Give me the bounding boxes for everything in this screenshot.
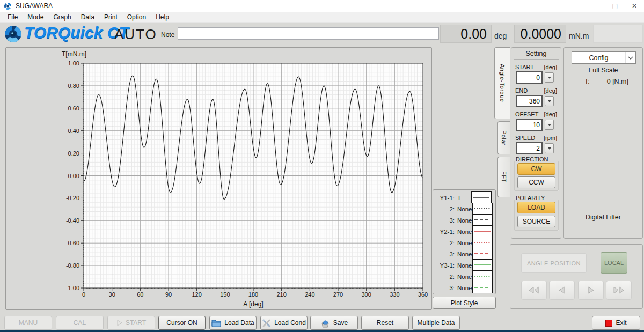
torque-chart: 03060901201501802102402703003303601.000.… xyxy=(6,48,431,309)
speed-spinner[interactable] xyxy=(545,143,554,153)
save-button[interactable]: Save xyxy=(310,316,358,330)
y-tick-label: 0.60 xyxy=(68,105,79,112)
angle-position-button[interactable]: ANGLE POSITION xyxy=(521,253,587,273)
fast-forward-button[interactable] xyxy=(606,281,632,300)
start-spinner[interactable] xyxy=(545,72,554,83)
exit-button[interactable]: Exit xyxy=(592,316,640,330)
rewind-button[interactable] xyxy=(521,281,547,300)
legend-value: None xyxy=(457,274,472,280)
cal-button[interactable]: CAL xyxy=(56,316,104,330)
close-button[interactable]: ✕ xyxy=(625,0,644,12)
window-bottom-edge xyxy=(0,330,644,332)
chevron-down-icon[interactable] xyxy=(625,52,635,63)
legend-label: 3: xyxy=(433,217,455,224)
legend-value: None xyxy=(457,262,472,269)
x-axis-label: A [deg] xyxy=(243,300,263,308)
cw-button[interactable]: CW xyxy=(517,163,555,175)
legend-line-swatch xyxy=(472,259,493,271)
legend-row: 3:None xyxy=(433,248,495,260)
manu-button[interactable]: MANU xyxy=(4,316,52,330)
x-tick-label: 60 xyxy=(137,291,143,298)
minimize-button[interactable]: — xyxy=(586,0,605,12)
load-button[interactable]: LOAD xyxy=(517,202,555,213)
menu-print[interactable]: Print xyxy=(99,13,122,21)
step-forward-button[interactable] xyxy=(578,281,604,300)
window-title: SUGAWARA xyxy=(16,2,53,10)
torque-unit: mN.m xyxy=(569,32,589,40)
reset-button[interactable]: Reset xyxy=(361,316,409,330)
multiple-data-button[interactable]: Multiple Data xyxy=(412,316,460,330)
cursor-on-button[interactable]: Cursor ON xyxy=(158,316,206,330)
legend-label: 3: xyxy=(433,285,455,291)
step-forward-icon xyxy=(584,286,597,294)
offset-spinner[interactable] xyxy=(545,120,554,130)
x-tick-label: 30 xyxy=(109,291,115,298)
menu-graph[interactable]: Graph xyxy=(48,13,76,21)
start-unit: [deg] xyxy=(544,64,557,70)
y-tick-label: -1.00 xyxy=(66,285,79,291)
start-input[interactable] xyxy=(516,71,543,84)
step-back-icon xyxy=(555,286,568,294)
end-unit: [deg] xyxy=(544,87,557,94)
note-label: Note xyxy=(161,31,174,39)
speed-input[interactable] xyxy=(516,142,543,154)
load-cond-button[interactable]: Load Cond xyxy=(260,316,308,330)
legend-line-swatch xyxy=(472,237,493,248)
x-tick-label: 150 xyxy=(220,291,230,298)
config-dropdown-value: Config xyxy=(572,54,625,62)
legend-row: 2:None xyxy=(433,271,495,282)
tab-fft[interactable]: FFT xyxy=(497,157,510,197)
speed-label: SPEED xyxy=(515,135,535,141)
x-tick-label: 240 xyxy=(305,291,314,298)
chart-title: T[mN.m] xyxy=(62,50,86,58)
legend-row: 3:None xyxy=(433,282,495,293)
dropdown-arrow-icon xyxy=(548,147,551,150)
menu-data[interactable]: Data xyxy=(76,13,99,21)
ccw-button[interactable]: CCW xyxy=(517,176,555,188)
legend-line-swatch xyxy=(471,191,492,203)
x-tick-label: 300 xyxy=(361,291,371,298)
legend-label: Y3-1: xyxy=(433,262,455,269)
legend-line-swatch xyxy=(472,282,493,293)
dropdown-arrow-icon xyxy=(548,77,551,79)
end-input[interactable] xyxy=(516,95,543,107)
tab-polar[interactable]: Polar xyxy=(497,121,510,154)
config-panel: Config Full Scale T: 0 [N.m] Digital Fil… xyxy=(564,47,643,239)
legend-line-swatch xyxy=(472,203,493,215)
end-label: END xyxy=(515,87,528,94)
note-input[interactable] xyxy=(178,27,439,40)
menu-option[interactable]: Option xyxy=(122,13,151,21)
load-data-button[interactable]: Load Data xyxy=(209,316,257,330)
setting-title: Setting xyxy=(511,48,561,57)
speed-unit: [rpm] xyxy=(544,135,557,141)
bottom-toolbar: MANU CAL START Cursor ON Load Data Load … xyxy=(0,313,644,330)
motion-control-panel: ANGLE POSITION LOCAL xyxy=(510,244,643,309)
menu-mode[interactable]: Mode xyxy=(23,13,48,21)
menu-file[interactable]: File xyxy=(3,13,23,21)
x-tick-label: 90 xyxy=(165,291,172,298)
plot-style-button[interactable]: Plot Style xyxy=(433,297,496,309)
offset-input[interactable] xyxy=(516,119,543,131)
config-dropdown[interactable]: Config xyxy=(572,51,636,64)
legend-row: Y2-1:None xyxy=(433,226,495,237)
local-button[interactable]: LOCAL xyxy=(601,252,627,274)
tab-fft-label: FFT xyxy=(501,171,507,183)
menu-help[interactable]: Help xyxy=(151,13,174,21)
brand-title: TORQuick CT xyxy=(24,24,128,42)
y-tick-label: 0.40 xyxy=(68,128,79,134)
y-tick-label: 0.20 xyxy=(68,150,79,157)
y-tick-label: 1.00 xyxy=(68,60,79,67)
tab-angle-torque[interactable]: Angle-Torque xyxy=(494,47,510,119)
angle-unit: deg xyxy=(494,32,507,40)
maximize-button[interactable]: ▢ xyxy=(605,0,625,12)
end-spinner[interactable] xyxy=(545,96,554,106)
step-back-button[interactable] xyxy=(549,281,575,300)
source-button[interactable]: SOURCE xyxy=(517,216,555,227)
aux-display xyxy=(593,25,643,43)
t-value: 0 [N.m] xyxy=(607,78,628,85)
legend-row: 2:None xyxy=(433,203,495,215)
torque-readout: 0.0000 xyxy=(514,25,566,43)
menu-bar: File Mode Graph Data Print Option Help xyxy=(0,12,644,23)
legend-value: None xyxy=(457,251,472,257)
start-button[interactable]: START xyxy=(107,316,155,330)
